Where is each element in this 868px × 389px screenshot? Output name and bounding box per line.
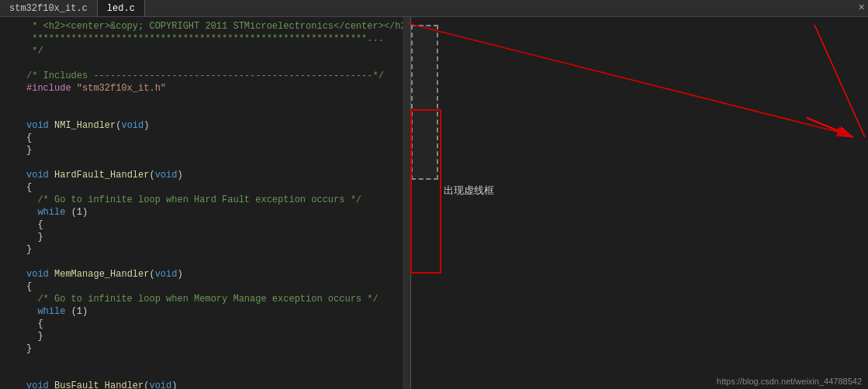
code-line: ****************************************… bbox=[0, 33, 410, 45]
close-button[interactable]: × bbox=[859, 2, 865, 14]
right-panel: 出现虚线框 https://blog.csdn.net/weixin_44788… bbox=[411, 17, 868, 389]
code-line: { bbox=[0, 132, 410, 144]
annotation-arrow bbox=[411, 17, 868, 389]
code-line: { bbox=[0, 281, 410, 293]
code-line: { bbox=[0, 181, 410, 194]
code-line: void BusFault_Handler(void) bbox=[0, 380, 410, 389]
code-line: #include "stm32f10x_it.h" bbox=[0, 82, 410, 95]
code-line: void HardFault_Handler(void) bbox=[0, 169, 410, 181]
code-line bbox=[0, 157, 410, 169]
svg-line-0 bbox=[807, 118, 853, 137]
code-line bbox=[0, 256, 410, 268]
tab-bar: stm32f10x_it.c led.c × bbox=[0, 0, 868, 17]
watermark: https://blog.csdn.net/weixin_44788542 bbox=[717, 377, 862, 386]
main-area: * <h2><center>&copy; COPYRIGHT 2011 STMi… bbox=[0, 17, 868, 389]
tab-led[interactable]: led.c bbox=[98, 0, 145, 16]
code-line-while: while (1) bbox=[0, 206, 410, 219]
code-line-while: while (1) bbox=[0, 305, 410, 318]
code-editor[interactable]: * <h2><center>&copy; COPYRIGHT 2011 STMi… bbox=[0, 17, 411, 389]
code-line: } bbox=[0, 231, 410, 243]
dashed-selection-box bbox=[411, 25, 438, 180]
code-line: } bbox=[0, 330, 410, 343]
code-content: * <h2><center>&copy; COPYRIGHT 2011 STMi… bbox=[0, 17, 410, 389]
svg-line-2 bbox=[814, 25, 865, 137]
code-line: void MemManage_Handler(void) bbox=[0, 268, 410, 281]
code-line bbox=[0, 367, 410, 380]
code-line bbox=[0, 107, 410, 119]
code-line: /* Go to infinite loop when Hard Fault e… bbox=[0, 194, 410, 206]
code-line bbox=[0, 355, 410, 367]
code-line: /* Go to infinite loop when Memory Manag… bbox=[0, 293, 410, 305]
code-line: */ bbox=[0, 45, 410, 57]
code-line bbox=[0, 95, 410, 107]
tab-stm32f10x-it[interactable]: stm32f10x_it.c bbox=[0, 0, 98, 16]
code-line: void NMI_Handler(void) bbox=[0, 119, 410, 132]
code-line: * <h2><center>&copy; COPYRIGHT 2011 STMi… bbox=[0, 20, 410, 33]
tab-label: led.c bbox=[107, 3, 135, 14]
vertical-scrollbar[interactable] bbox=[403, 17, 410, 389]
code-line: { bbox=[0, 219, 410, 231]
code-line: } bbox=[0, 144, 410, 157]
code-line bbox=[0, 57, 410, 70]
tab-label: stm32f10x_it.c bbox=[9, 3, 88, 14]
code-line: { bbox=[0, 318, 410, 330]
dashed-box-label: 出现虚线框 bbox=[444, 184, 494, 198]
code-line: } bbox=[0, 243, 410, 256]
code-line: } bbox=[0, 343, 410, 355]
code-line: /* Includes ----------------------------… bbox=[0, 70, 410, 82]
